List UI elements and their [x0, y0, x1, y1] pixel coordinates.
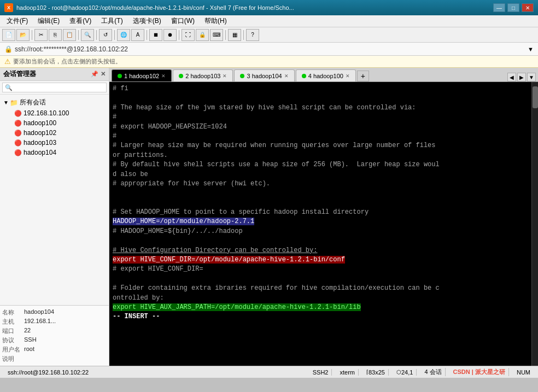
terminal-line-21: # Folder containing extra ibraries requi… [113, 284, 528, 293]
toolbar-new[interactable]: 📄 [2, 29, 15, 41]
prop-username-label: 用户名 [2, 346, 24, 354]
tab-1[interactable]: 2 hadoop103 ✕ [173, 69, 233, 81]
prop-host-value: 192.168.1... [24, 318, 56, 326]
prop-protocol-label: 协议 [2, 336, 24, 344]
tab-2[interactable]: 3 hadoop104 ✕ [234, 69, 294, 81]
toolbar-rec[interactable]: ⏺ [163, 29, 177, 41]
terminal-line-10: # appropriate for hive server (hwi etc). [113, 179, 528, 189]
tab-nav-next[interactable]: ▶ [517, 73, 526, 81]
sidebar-close-btn[interactable]: ✕ [101, 71, 106, 78]
status-num: NUM [513, 369, 534, 376]
toolbar-find[interactable]: 🔍 [81, 29, 94, 41]
terminal-line-4: # export HADOOP_HEAPSIZE=1024 [113, 122, 528, 132]
terminal-line-18: export HIVE_CONF_DIR=/opt/module/apache-… [113, 255, 528, 265]
session-icon-1: 🔴 [14, 120, 22, 127]
toolbar-open[interactable]: 📂 [16, 29, 30, 41]
session-item-2[interactable]: 🔴 hadoop102 [12, 128, 108, 138]
position-icon: ⬡ [396, 369, 401, 375]
tree-all-sessions[interactable]: ▼ 📁 所有会话 [1, 97, 108, 108]
menu-bar: 文件(F) 编辑(E) 查看(V) 工具(T) 选项卡(B) 窗口(W) 帮助(… [0, 15, 538, 27]
toolbar-help[interactable]: ? [246, 29, 259, 41]
highlight-hadoop-home: HADOOP_HOME=/opt/module/hadoop-2.7.1 [113, 218, 254, 225]
info-bar: ⚠ 要添加当前会话，点击左侧的箭头按钮。 [0, 56, 538, 68]
scrollbar-thumb [533, 86, 538, 108]
session-manager: 会话管理器 📌 ✕ ▼ 📁 所有会话 🔴 192.168.10.100 🔴 [0, 68, 109, 366]
sidebar-search-bar [0, 81, 109, 95]
session-label-4: hadoop104 [24, 149, 56, 156]
session-item-4[interactable]: 🔴 hadoop104 [12, 148, 108, 157]
toolbar-kbd[interactable]: ⌨ [210, 29, 223, 41]
session-item-3[interactable]: 🔴 hadoop103 [12, 138, 108, 148]
title-bar: X hadoop102 - root@hadoop102:/opt/module… [0, 0, 538, 15]
toolbar-connect[interactable]: 🌐 [117, 29, 130, 41]
status-sessions: 4 会话 [421, 368, 445, 376]
prop-protocol-value: SSH [24, 336, 37, 344]
tab-label-2: 3 hadoop104 [247, 73, 282, 79]
dimensions-value: 83x25 [369, 369, 385, 376]
address-dropdown[interactable]: ▼ [528, 46, 534, 52]
tab-indicator-2 [240, 74, 244, 78]
sidebar-search-input[interactable] [2, 83, 107, 92]
maximize-button[interactable]: □ [507, 3, 519, 12]
terminal-line-7: or partitions. [113, 151, 528, 160]
menu-tabs[interactable]: 选项卡(B) [128, 15, 166, 27]
terminal-line-6: # Larger heap size may be required when … [113, 141, 528, 150]
session-item-1[interactable]: 🔴 hadoop100 [12, 118, 108, 128]
menu-help[interactable]: 帮助(H) [200, 15, 231, 27]
menu-window[interactable]: 窗口(W) [167, 15, 199, 27]
terminal-line-5: # [113, 132, 528, 141]
toolbar-font[interactable]: A [131, 29, 144, 41]
terminal-scrollbar[interactable] [531, 82, 538, 366]
toolbar-sep-1 [32, 30, 32, 40]
tab-0[interactable]: 1 hadoop102 ✕ [112, 69, 172, 81]
sidebar-pin-btn[interactable]: 📌 [91, 71, 98, 78]
toolbar-cut[interactable]: ✂ [34, 29, 48, 41]
tab-close-2[interactable]: ✕ [284, 73, 289, 79]
folder-icon: 📁 [10, 99, 18, 107]
tab-nav-menu[interactable]: ▼ [527, 73, 536, 81]
terminal-line-11 [113, 189, 528, 198]
menu-view[interactable]: 查看(V) [65, 15, 96, 27]
window-title: hadoop102 - root@hadoop102:/opt/module/a… [16, 4, 294, 11]
toolbar-refresh[interactable]: ↺ [99, 29, 112, 41]
menu-tools[interactable]: 工具(T) [97, 15, 127, 27]
toolbar-stop[interactable]: ⏹ [149, 29, 162, 41]
terminal[interactable]: # fi # The heap size of the jvm stared b… [109, 82, 531, 366]
tab-close-3[interactable]: ✕ [346, 73, 350, 79]
app-icon: X [4, 3, 13, 12]
address-bar: 🔒 ssh://root:*********@192.168.10.102:22… [0, 43, 538, 56]
toolbar-lock[interactable]: 🔒 [196, 29, 209, 41]
close-button[interactable]: ✕ [522, 3, 534, 12]
toolbar-layout[interactable]: ▦ [228, 29, 241, 41]
window-controls: — □ ✕ [493, 3, 534, 12]
tab-close-1[interactable]: ✕ [223, 73, 227, 79]
address-text: ssh://root:*********@192.168.10.102:22 [15, 45, 128, 53]
toolbar-paste[interactable]: 📋 [63, 29, 76, 41]
prop-port-label: 端口 [2, 327, 24, 335]
tab-bar: 1 hadoop102 ✕ 2 hadoop103 ✕ 3 hadoop104 … [109, 68, 538, 82]
session-label-2: hadoop102 [24, 129, 56, 137]
toolbar-sep-2 [78, 30, 79, 40]
info-icon: ⚠ [4, 57, 11, 66]
status-right: SSH2 xterm ⌈ 83x25 ⬡ 24,1 4 会话 CSDN | 派大… [309, 368, 534, 376]
terminal-line-20 [113, 274, 528, 284]
session-label-1: hadoop100 [24, 119, 56, 127]
terminal-line-13: # Set HADOOP_HOME to point to a specific… [113, 208, 528, 217]
tab-3[interactable]: 4 hadoop100 ✕ [296, 69, 356, 81]
toolbar-sep-5 [147, 30, 147, 40]
tab-nav-prev[interactable]: ◀ [507, 73, 516, 81]
toolbar-copy[interactable]: ⎘ [49, 29, 62, 41]
tab-close-0[interactable]: ✕ [161, 73, 166, 79]
toolbar-fullscreen[interactable]: ⛶ [182, 29, 195, 41]
menu-edit[interactable]: 编辑(E) [33, 15, 64, 27]
tab-add-button[interactable]: + [357, 71, 369, 81]
session-label-3: hadoop103 [24, 139, 56, 147]
menu-file[interactable]: 文件(F) [2, 15, 32, 27]
toolbar-sep-7 [225, 30, 226, 40]
session-item-0[interactable]: 🔴 192.168.10.100 [12, 108, 108, 118]
status-connection: ssh://root@192.168.10.102:22 [4, 369, 92, 376]
terminal-line-23: export HIVE_AUX_JARS_PATH=/opt/module/ap… [113, 303, 528, 312]
prop-username-value: root [24, 346, 34, 354]
expand-icon: ▼ [3, 100, 10, 106]
minimize-button[interactable]: — [493, 3, 505, 12]
